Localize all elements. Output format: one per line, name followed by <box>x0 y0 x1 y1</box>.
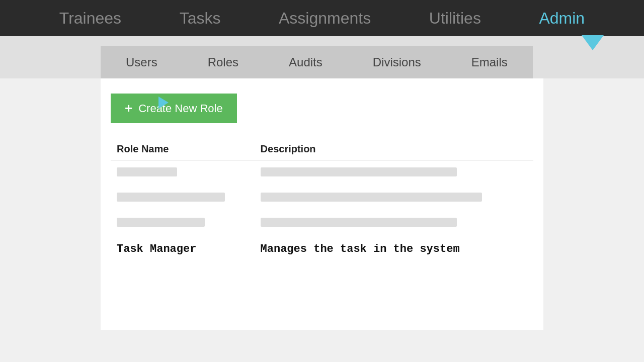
tab-divisions[interactable]: Divisions <box>348 46 446 78</box>
tab-audits[interactable]: Audits <box>264 46 348 78</box>
sub-navigation: Users Roles Audits Divisions Emails <box>0 36 644 78</box>
role-name-text: Task Manager <box>117 243 196 255</box>
skeleton-bar <box>261 167 457 176</box>
tab-roles[interactable]: Roles <box>183 46 264 78</box>
nav-assignments[interactable]: Assignments <box>269 4 381 33</box>
top-navigation: Trainees Tasks Assignments Utilities Adm… <box>0 0 644 36</box>
table-row[interactable]: Task Manager Manages the task in the sys… <box>111 236 533 262</box>
column-description: Description <box>255 138 533 160</box>
skeleton-desc-2 <box>255 186 533 211</box>
nav-utilities[interactable]: Utilities <box>419 4 491 33</box>
skeleton-name-2 <box>111 186 255 211</box>
table-row <box>111 211 533 236</box>
nav-admin[interactable]: Admin <box>529 4 595 33</box>
skeleton-desc-3 <box>255 211 533 236</box>
tab-emails[interactable]: Emails <box>446 46 533 78</box>
skeleton-bar <box>117 167 177 176</box>
create-role-label: Create New Role <box>138 102 223 115</box>
roles-table: Role Name Description <box>111 138 533 262</box>
role-name-cell: Task Manager <box>111 236 255 262</box>
skeleton-bar <box>261 193 482 202</box>
skeleton-bar <box>117 193 225 202</box>
table-row <box>111 186 533 211</box>
table-row <box>111 160 533 186</box>
role-description-cell: Manages the task in the system <box>255 236 533 262</box>
tab-users[interactable]: Users <box>101 46 183 78</box>
skeleton-name-1 <box>111 160 255 186</box>
skeleton-desc-1 <box>255 160 533 186</box>
table-header-row: Role Name Description <box>111 138 533 160</box>
nav-tasks[interactable]: Tasks <box>170 4 231 33</box>
skeleton-bar <box>261 218 457 227</box>
skeleton-name-3 <box>111 211 255 236</box>
plus-icon: + <box>125 101 132 116</box>
nav-trainees[interactable]: Trainees <box>49 4 131 33</box>
column-role-name: Role Name <box>111 138 255 160</box>
role-description-text: Manages the task in the system <box>261 243 460 255</box>
admin-dropdown-arrow <box>582 35 604 50</box>
main-content: + Create New Role Role Name Description <box>101 78 543 330</box>
skeleton-bar <box>117 218 205 227</box>
create-new-role-button[interactable]: + Create New Role <box>111 94 237 123</box>
